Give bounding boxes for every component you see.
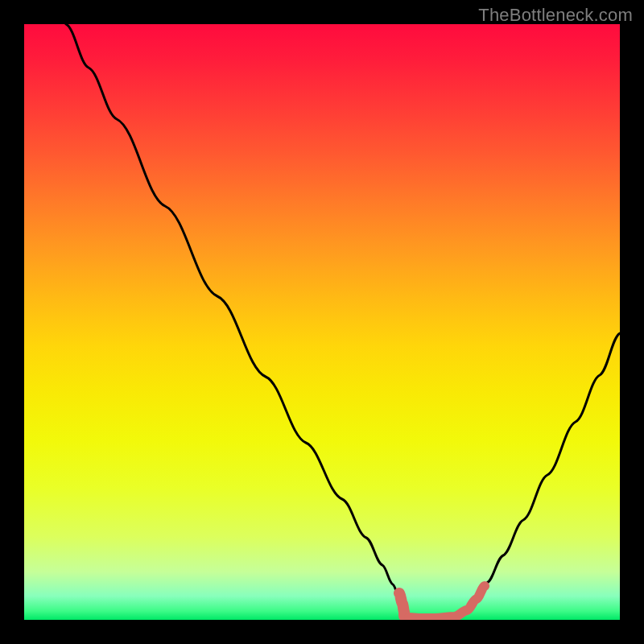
series-group [66,24,620,618]
coral-highlight [399,593,404,616]
curve-layer [24,24,620,620]
coral-bottom [409,586,485,618]
chart-canvas: TheBottleneck.com [0,0,644,644]
watermark-label: TheBottleneck.com [478,5,633,26]
plot-area [24,24,620,620]
black-curve [66,24,620,618]
